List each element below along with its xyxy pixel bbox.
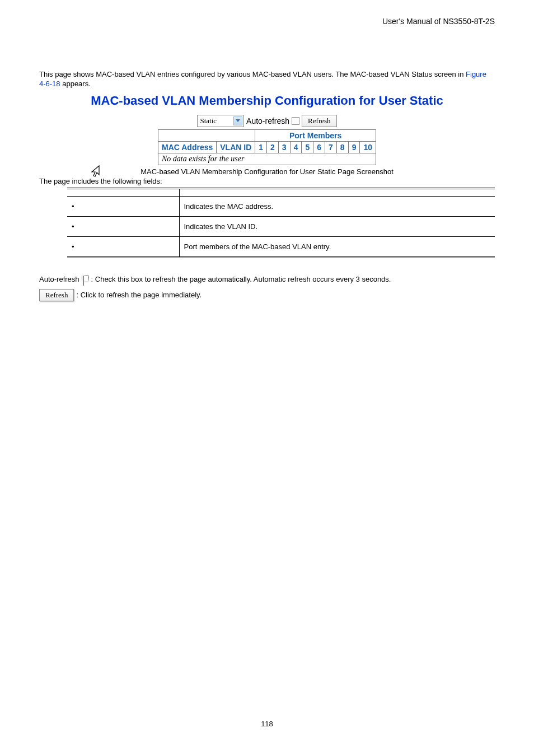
field-label (67, 216, 179, 236)
figure-caption: MAC-based VLAN Membership Configuration … (39, 167, 495, 176)
port-members-header: Port Members (255, 129, 376, 141)
col-port: 3 (278, 141, 290, 153)
refresh-button[interactable]: Refresh (302, 115, 336, 127)
col-vlan: VLAN ID (217, 141, 255, 153)
field-label (67, 236, 179, 257)
col-port: 4 (290, 141, 302, 153)
col-port: 1 (255, 141, 267, 153)
refresh-desc: : Click to refresh the page immediately. (76, 291, 202, 299)
field-desc: Indicates the VLAN ID. (179, 216, 495, 236)
auto-refresh-prefix: Auto-refresh (39, 275, 79, 283)
col-port: 2 (267, 141, 279, 153)
refresh-button-icon: Refresh (39, 289, 74, 301)
field-desc: Indicates the MAC address. (179, 196, 495, 216)
col-port: 6 (313, 141, 325, 153)
auto-refresh-note: Auto-refresh : Check this box to refresh… (39, 275, 495, 283)
refresh-note: Refresh : Click to refresh the page imme… (39, 289, 495, 301)
intro-paragraph: This page shows MAC-based VLAN entries c… (39, 70, 495, 89)
no-data-row: No data exists for the user (158, 153, 376, 165)
auto-refresh-desc: : Check this box to refresh the page aut… (91, 275, 391, 283)
vlan-membership-table: Port Members MAC Address VLAN ID 1 2 3 4… (158, 129, 376, 165)
chevron-down-icon (233, 116, 242, 125)
field-label (67, 196, 179, 216)
auto-refresh-checkbox[interactable] (292, 117, 299, 125)
intro-text-2: appears. (60, 80, 91, 88)
screenshot-figure: Static Auto-refresh Refresh Port Members… (39, 115, 495, 165)
col-port: 8 (336, 141, 348, 153)
table-row: Indicates the MAC address. (67, 196, 495, 216)
checkbox-icon (82, 276, 89, 282)
auto-refresh-label: Auto-refresh (246, 116, 289, 125)
col-mac: MAC Address (158, 141, 216, 153)
fields-intro: The page includes the following fields: (39, 177, 495, 185)
cursor-icon (90, 165, 100, 182)
user-type-select[interactable]: Static (197, 115, 244, 127)
field-desc: Port members of the MAC-based VLAN entry… (179, 236, 495, 257)
col-port: 5 (302, 141, 313, 153)
table-row: Indicates the VLAN ID. (67, 216, 495, 236)
col-port: 10 (360, 141, 376, 153)
col-port: 9 (348, 141, 360, 153)
page-number: 118 (0, 720, 534, 728)
intro-text-1: This page shows MAC-based VLAN entries c… (39, 70, 466, 78)
table-row: Port members of the MAC-based VLAN entry… (67, 236, 495, 257)
fields-table: Indicates the MAC address. Indicates the… (67, 188, 495, 258)
doc-header: User's Manual of NS3550-8T-2S (382, 17, 495, 26)
col-port: 7 (325, 141, 337, 153)
select-value: Static (200, 116, 217, 125)
section-title: MAC-based VLAN Membership Configuration … (39, 94, 495, 108)
